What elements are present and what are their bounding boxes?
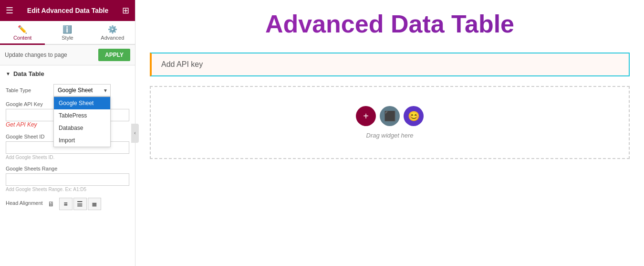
add-widget-btn[interactable]: + [356,106,376,126]
google-sheets-range-hint: Add Google Sheets Range. Ex: A1:D5 [6,187,129,192]
update-label: Update changes to page [5,52,67,58]
widget-buttons: + ⬛ 😊 [356,106,424,126]
api-key-box: Add API key [150,53,630,76]
google-sheets-range-field: Google Sheets Range Add Google Sheets Ra… [6,166,129,192]
tab-content-label: Content [13,35,32,41]
section-header: ▼ Data Table [6,70,129,77]
update-bar: Update changes to page APPLY [0,45,135,65]
page-title: Advanced Data Table [150,10,630,38]
alignment-group: ≡ ☰ ≣ [59,198,101,210]
left-panel: ☰ Edit Advanced Data Table ⊞ ✏️ Content … [0,0,135,266]
drag-label: Drag widget here [366,132,414,139]
dropdown-item-google-sheet[interactable]: Google Sheet [54,97,110,109]
content-icon: ✏️ [18,25,27,34]
panel-header: ☰ Edit Advanced Data Table ⊞ [0,0,135,21]
table-type-select[interactable]: Google Sheet TablePress Database Import [53,84,111,96]
google-sheets-range-input[interactable] [6,173,129,186]
google-sheets-range-label: Google Sheets Range [6,166,129,171]
tab-advanced-label: Advanced [101,35,124,41]
monitor-icon: 🖥 [48,200,54,208]
dropdown-menu: Google Sheet TablePress Database Import [53,96,111,147]
api-key-message: Add API key [161,60,203,68]
tab-advanced[interactable]: ⚙️ Advanced [90,21,135,45]
dropdown-item-database[interactable]: Database [54,122,110,134]
style-icon: ℹ️ [62,25,72,34]
grid-icon[interactable]: ⊞ [122,5,129,16]
advanced-icon: ⚙️ [108,25,117,34]
collapse-arrow-icon: ▼ [6,71,10,76]
smile-widget-btn[interactable]: 😊 [404,106,424,126]
panel-header-title: Edit Advanced Data Table [27,7,108,14]
tabs-row: ✏️ Content ℹ️ Style ⚙️ Advanced [0,21,135,45]
section-label: Data Table [13,70,44,77]
head-align-row: Head Alignment 🖥 ≡ ☰ ≣ [6,198,129,210]
table-type-label: Table Type [6,87,49,93]
panel-body: ▼ Data Table Table Type Google Sheet Tab… [0,65,135,266]
hamburger-icon[interactable]: ☰ [6,5,13,16]
tab-style[interactable]: ℹ️ Style [45,21,90,45]
table-type-select-wrapper: Google Sheet TablePress Database Import … [53,84,111,96]
google-sheet-id-hint: Add Google Sheets ID. [6,155,129,160]
dropdown-item-tablepress[interactable]: TablePress [54,109,110,122]
head-alignment-field: Head Alignment 🖥 ≡ ☰ ≣ [6,198,129,210]
tab-content[interactable]: ✏️ Content [0,21,45,45]
dropdown-item-import[interactable]: Import [54,134,110,147]
right-content: Advanced Data Table Add API key + ⬛ 😊 Dr… [135,0,644,266]
table-type-field: Table Type Google Sheet TablePress Datab… [6,84,129,96]
tab-style-label: Style [62,35,73,41]
head-alignment-label: Head Alignment [6,200,43,206]
main-area: Advanced Data Table Add API key + ⬛ 😊 Dr… [135,0,644,266]
apply-button[interactable]: APPLY [98,49,130,61]
panel-collapse-handle[interactable]: ‹ [131,124,139,143]
square-widget-btn[interactable]: ⬛ [380,106,400,126]
align-right-btn[interactable]: ≣ [88,198,101,210]
drag-widget-box: + ⬛ 😊 Drag widget here [150,86,630,159]
align-left-btn[interactable]: ≡ [59,198,73,210]
align-center-btn[interactable]: ☰ [73,198,87,210]
